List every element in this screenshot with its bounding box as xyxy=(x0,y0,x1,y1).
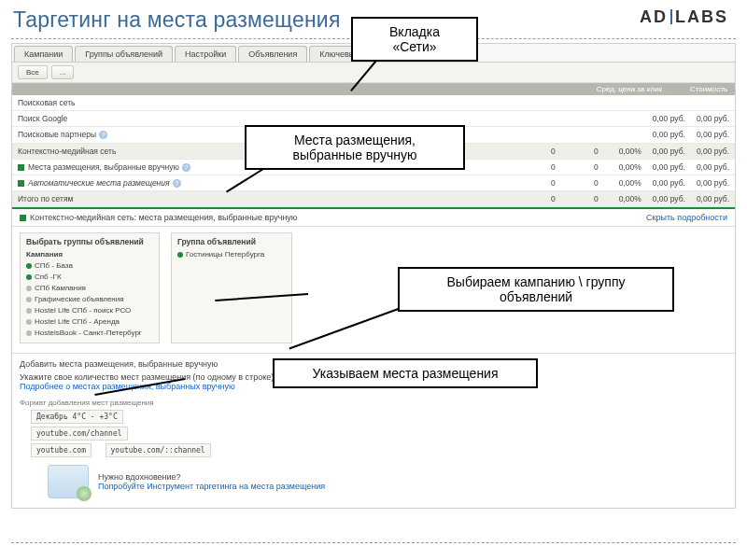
toolbar: Все ... xyxy=(12,63,735,83)
format-label: Формат добавления мест размещения xyxy=(20,399,727,407)
format-example: youtube.com/channel xyxy=(31,427,128,441)
tab-campaigns[interactable]: Кампании xyxy=(14,46,73,62)
callout-manual: Места размещения,выбранные вручную xyxy=(245,125,465,170)
section-header: Контекстно-медийная сеть: места размещен… xyxy=(12,207,735,227)
promo-block: Нужно вдохновение? Попробуйте Инструмент… xyxy=(48,465,727,498)
page-title: Таргетинг на места размещения xyxy=(13,7,341,33)
hide-details-link[interactable]: Скрыть подробности xyxy=(646,213,727,222)
format-example: youtube.com xyxy=(31,443,92,457)
promo-icon xyxy=(48,465,89,498)
callout-tab: Вкладка«Сети» xyxy=(351,17,478,62)
brand-logo: ADLABS xyxy=(640,7,728,27)
filter-more-button[interactable]: ... xyxy=(51,65,75,79)
tab-settings[interactable]: Настройки xyxy=(175,46,236,62)
divider-bottom xyxy=(11,542,736,543)
callout-campaign: Выбираем кампанию \ группуобъявлений xyxy=(398,267,674,312)
campaign-selector[interactable]: Выбрать группы объявлений Кампания СПб -… xyxy=(20,232,160,343)
placement-tool-link[interactable]: Попробуйте Инструмент таргетинга на мест… xyxy=(98,482,325,491)
tab-ads[interactable]: Объявления xyxy=(238,46,307,62)
filter-all-button[interactable]: Все xyxy=(18,65,48,79)
format-example: youtube.com/::channel xyxy=(106,443,211,457)
adgroup-selector[interactable]: Группа объявлений Гостиницы Петербурга xyxy=(171,232,292,343)
table-header: Сред. цена за кликСтоимость xyxy=(12,83,735,95)
tab-adgroups[interactable]: Группы объявлений xyxy=(75,46,173,62)
callout-placements: Указываем места размещения xyxy=(273,358,538,388)
format-example: Декабрь 4°C - +3°C xyxy=(31,410,123,424)
